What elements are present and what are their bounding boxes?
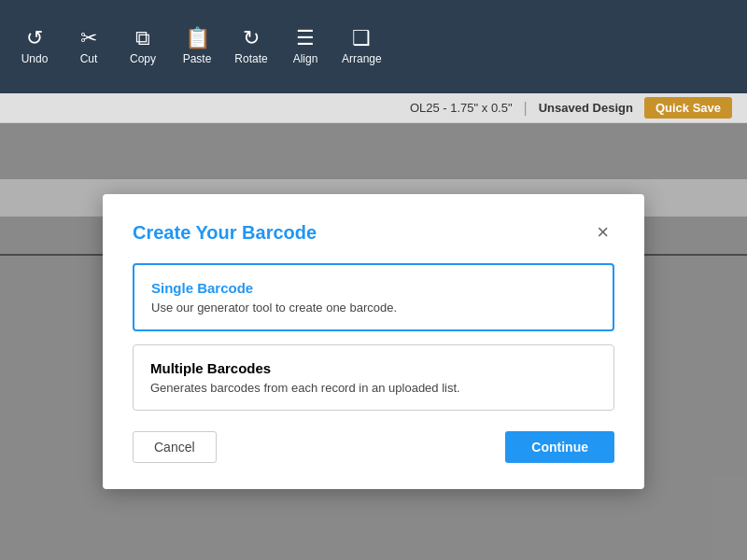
toolbar-label-arrange: Arrange [342, 52, 382, 65]
toolbar-label-paste: Paste [183, 52, 212, 65]
toolbar-item-copy[interactable]: ⧉ Copy [118, 22, 168, 71]
modal-header: Create Your Barcode × [133, 220, 614, 245]
toolbar-item-undo[interactable]: ↺ Undo [9, 22, 60, 71]
quick-save-button[interactable]: Quick Save [644, 97, 732, 119]
toolbar-label-rotate: Rotate [234, 52, 267, 65]
option-title-single: Single Barcode [151, 280, 596, 296]
option-title-multiple: Multiple Barcodes [150, 360, 597, 376]
modal-footer: Cancel Continue [133, 431, 614, 463]
cancel-button[interactable]: Cancel [133, 431, 217, 463]
modal-title: Create Your Barcode [133, 222, 317, 244]
continue-button[interactable]: Continue [505, 431, 614, 463]
align-icon: ☰ [296, 28, 315, 49]
size-label: OL25 - 1.75" x 0.5" [410, 101, 513, 115]
modal-dialog: Create Your Barcode × Single Barcode Use… [103, 194, 644, 489]
toolbar-item-cut[interactable]: ✂ Cut [63, 22, 114, 71]
toolbar-label-copy: Copy [130, 52, 156, 65]
toolbar-label-align: Align [293, 52, 318, 65]
option-card-single[interactable]: Single Barcode Use our generator tool to… [133, 263, 614, 331]
toolbar-label-cut: Cut [80, 52, 98, 65]
cut-icon: ✂ [80, 28, 97, 49]
modal-close-button[interactable]: × [591, 220, 614, 245]
info-bar: OL25 - 1.75" x 0.5" | Unsaved Design Qui… [0, 93, 747, 123]
undo-icon: ↺ [26, 28, 43, 49]
info-separator: | [524, 100, 528, 117]
canvas-area: Create Your Barcode × Single Barcode Use… [0, 123, 747, 560]
toolbar-label-undo: Undo [21, 52, 49, 65]
option-desc-single: Use our generator tool to create one bar… [151, 301, 596, 315]
option-card-multiple[interactable]: Multiple Barcodes Generates barcodes fro… [133, 344, 614, 411]
arrange-icon: ❑ [352, 28, 371, 49]
toolbar-item-rotate[interactable]: ↻ Rotate [226, 22, 276, 71]
option-desc-multiple: Generates barcodes from each record in a… [150, 381, 597, 395]
rotate-icon: ↻ [243, 28, 260, 49]
unsaved-label: Unsaved Design [539, 101, 633, 115]
toolbar: ↺ Undo ✂ Cut ⧉ Copy 📋 Paste ↻ Rotate ☰ A… [0, 0, 747, 93]
modal-overlay: Create Your Barcode × Single Barcode Use… [0, 123, 747, 560]
toolbar-item-align[interactable]: ☰ Align [280, 22, 331, 71]
copy-icon: ⧉ [135, 28, 150, 49]
paste-icon: 📋 [185, 28, 210, 49]
toolbar-item-paste[interactable]: 📋 Paste [172, 22, 222, 71]
toolbar-item-arrange[interactable]: ❑ Arrange [334, 22, 389, 71]
